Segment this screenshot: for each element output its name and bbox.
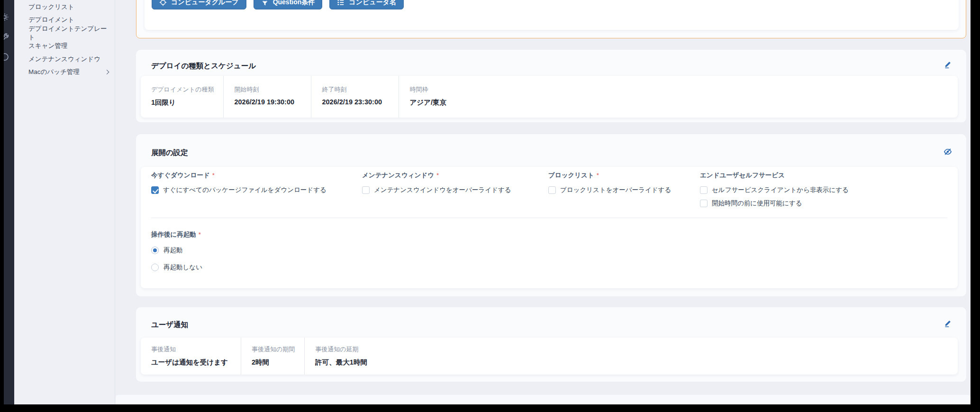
field-start-time: 開始時刻 2026/2/19 19:30:00 [224,76,311,118]
radio-selected-icon[interactable] [151,247,159,254]
required-asterisk: * [212,172,215,179]
radio-unselected-icon[interactable] [151,264,159,271]
field-value: 2時間 [252,358,295,367]
checkbox-label: セルフサービスクライアントから非表示にする [712,186,849,194]
checkbox-download-packages[interactable]: すぐにすべてのパッケージファイルをダウンロードする [151,186,362,194]
sidebar-item-deployment-template[interactable]: デプロイメントテンプレート [14,27,115,40]
sidebar-item-maintenance-window[interactable]: メンテナンスウィンドウ [14,53,115,66]
collapsed-icon-rail [4,0,14,404]
group-label-text: 今すぐダウンロード [151,172,210,179]
target-icon [159,0,167,6]
deployment-settings-section: 展開の設定 今すぐダウンロード* [136,134,966,296]
field-notification-duration: 事後通知の期間 2時間 [241,338,305,375]
field-timezone: 時間枠 アジア/東京 [399,76,958,118]
group-blocklist: ブロックリスト* ブロックリストをオーバーライドする [548,171,700,208]
group-download-now: 今すぐダウンロード* すぐにすべてのパッケージファイルをダウンロードする [151,171,362,208]
group-label-text: 操作後に再起動 [151,231,196,238]
field-label: デプロイメントの種類 [151,85,214,94]
group-label-text: エンドユーザセルフサービス [700,172,785,179]
group-label: 操作後に再起動* [151,230,958,239]
field-value: 2026/2/19 23:30:00 [322,98,389,106]
eye-invisible-icon[interactable] [944,147,952,156]
checkbox-available-before-start[interactable]: 開始時間の前に使用可能にする [700,199,958,208]
sidebar-item-label: スキャン管理 [28,42,67,50]
sidebar-item-blocklist[interactable]: ブロックリスト [14,0,115,14]
sidebar-item-label: ブロックリスト [28,3,74,11]
pencil-icon[interactable] [944,319,952,328]
field-label: 事後通知の期間 [252,345,295,354]
section-title: ユーザ通知 [151,320,188,330]
field-label: 事後通知の延期 [315,345,948,354]
radio-restart[interactable]: 再起動 [151,246,958,255]
button-label: コンピュータ名 [349,0,396,7]
checkbox-checked-icon[interactable] [151,186,159,194]
checkbox-unchecked-icon[interactable] [700,186,708,194]
group-label: エンドユーザセルフサービス [700,171,958,180]
required-asterisk: * [597,172,599,179]
computer-group-button[interactable]: コンピュータグループ [152,0,246,9]
radio-label: 再起動 [163,246,183,255]
sidebar: ブロックリスト デプロイメント デプロイメントテンプレート スキャン管理 メンテ… [14,0,115,404]
field-value: 1回限り [151,98,214,107]
sidebar-item-label: デプロイメント [28,16,74,24]
checkbox-label: ブロックリストをオーバーライドする [560,186,671,194]
group-label: メンテナンスウィンドウ* [362,171,548,180]
chevron-right-icon [105,70,109,74]
main-content: コンピュータグループ Question条件 [116,0,971,404]
sidebar-item-label: デプロイメントテンプレート [28,25,108,42]
group-label: ブロックリスト* [548,171,700,180]
field-value: 許可、最大1時間 [315,358,948,367]
required-asterisk: * [199,231,201,238]
wrench-icon[interactable] [4,33,9,41]
required-asterisk: * [436,172,439,179]
group-label-text: メンテナンスウィンドウ [362,172,434,179]
footer-bar [116,394,971,404]
sidebar-item-label: Macのパッチ管理 [28,68,80,76]
checkbox-unchecked-icon[interactable] [548,186,556,194]
field-notification-postpone: 事後通知の延期 許可、最大1時間 [305,338,958,375]
gear-icon[interactable] [4,13,9,21]
field-end-time: 終了時刻 2026/2/19 23:30:00 [311,76,399,118]
sidebar-nav: ブロックリスト デプロイメント デプロイメントテンプレート スキャン管理 メンテ… [14,0,115,79]
list-icon [337,0,345,6]
radio-no-restart[interactable]: 再起動しない [151,263,958,272]
group-restart-after-action: 操作後に再起動* 再起動 再起動しない [141,218,958,272]
field-label: 事後通知 [151,345,231,354]
settings-panel: 今すぐダウンロード* すぐにすべてのパッケージファイルをダウンロードする メンテ… [141,167,958,288]
sidebar-item-mac-patch-management[interactable]: Macのパッチ管理 [14,66,115,79]
button-label: Question条件 [273,0,315,7]
checkbox-label: メンテナンスウインドウをオーバーライドする [374,186,511,194]
group-label: 今すぐダウンロード* [151,171,362,180]
checkbox-label: 開始時間の前に使用可能にする [712,199,802,208]
field-value: アジア/東京 [409,98,948,107]
group-label-text: ブロックリスト [548,172,594,179]
checkbox-unchecked-icon[interactable] [362,186,370,194]
checkbox-override-blocklist[interactable]: ブロックリストをオーバーライドする [548,186,700,194]
notification-fields-panel: 事後通知 ユーザは通知を受けます 事後通知の期間 2時間 事後通知の延期 許可、… [141,338,958,375]
sidebar-item-label: メンテナンスウィンドウ [28,55,100,64]
question-condition-button[interactable]: Question条件 [254,0,323,9]
group-end-user-self-service: エンドユーザセルフサービス セルフサービスクライアントから非表示にする 開始時間… [700,171,958,208]
section-title: 展開の設定 [151,148,188,158]
checkbox-unchecked-icon[interactable] [700,200,708,207]
computer-name-button[interactable]: コンピュータ名 [329,0,404,9]
filter-icon [261,0,269,6]
schedule-section: デプロイの種類とスケジュール デプロイメントの種類 1回限り 開始 [136,50,966,122]
help-circle-icon[interactable] [4,53,9,61]
field-value: 2026/2/19 19:30:00 [234,98,301,106]
pencil-icon[interactable] [944,60,952,69]
checkbox-hide-from-self-service[interactable]: セルフサービスクライアントから非表示にする [700,186,958,194]
field-deployment-type: デプロイメントの種類 1回限り [141,76,224,118]
field-label: 時間枠 [409,85,948,94]
schedule-fields-panel: デプロイメントの種類 1回限り 開始時刻 2026/2/19 19:30:00 … [141,76,958,118]
radio-label: 再起動しない [163,263,202,272]
checkbox-override-maintenance-window[interactable]: メンテナンスウインドウをオーバーライドする [362,186,548,194]
user-notification-section: ユーザ通知 事後通知 ユーザは通知を受けます 事後通知の期間 [136,307,966,382]
sidebar-item-scan-management[interactable]: スキャン管理 [14,40,115,53]
checkbox-label: すぐにすべてのパッケージファイルをダウンロードする [163,186,327,194]
field-value: ユーザは通知を受けます [151,358,231,367]
targeting-card: コンピュータグループ Question条件 [136,0,966,38]
field-label: 終了時刻 [322,85,389,94]
field-post-notification: 事後通知 ユーザは通知を受けます [141,338,241,375]
app-window: ブロックリスト デプロイメント デプロイメントテンプレート スキャン管理 メンテ… [4,0,971,404]
